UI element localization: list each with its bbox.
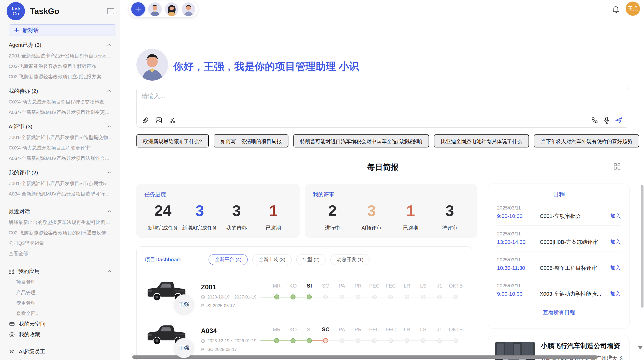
chevron-up-icon: [107, 171, 111, 174]
dashboard-filter-chip[interactable]: 全新上装 (3): [252, 254, 292, 265]
sidebar-section-header[interactable]: Agent已办 (3): [0, 39, 120, 51]
sidebar-task-item[interactable]: A034-全新新能源MUV产品开发项目造型可行性评审: [0, 189, 120, 199]
task-progress-link[interactable]: 任务进度: [144, 191, 292, 198]
milestone: KO: [285, 326, 301, 346]
sidebar-task-item[interactable]: A034-全新新能源MUV产品开发项目计划变更表编写: [0, 107, 120, 117]
sidebar-item-cloud-space[interactable]: 我的云空间: [0, 319, 120, 329]
image-icon[interactable]: [155, 117, 162, 124]
suggestion-chip[interactable]: 当下年轻人对汽车外观有怎样的喜好趋势: [534, 134, 639, 147]
sidebar-apps-header[interactable]: 我的应用: [0, 266, 120, 277]
sidebar-collapse-icon[interactable]: [107, 8, 114, 15]
recent-items: 解释最新出台的欧盟报废车法规再生塑料比例被调至15%... C02-飞腾新能源轻…: [0, 217, 120, 259]
schedule-date: 2025/03/11: [497, 205, 621, 211]
member-avatar[interactable]: [182, 2, 195, 16]
user-avatar[interactable]: 王强: [626, 2, 640, 16]
scroll-down-arrow-icon[interactable]: [638, 346, 642, 350]
project-row[interactable]: 王强 A034 2023-12-19 ~ 2026-01-19: [145, 321, 464, 352]
sidebar-ai-tool[interactable]: AI超级员工: [0, 346, 120, 357]
milestone-dot: [290, 294, 296, 299]
notification-bell-icon[interactable]: [612, 6, 620, 14]
milestone-dot: [453, 295, 458, 299]
sidebar-task-item[interactable]: Z001-全新燃油轻卡产品开发项目SI节点属性5D文件评审: [0, 178, 120, 189]
sidebar-task-item[interactable]: C0X4-动力总成开发项目工程变更评审: [0, 143, 120, 153]
stat-value: 3: [181, 202, 218, 220]
project-dashboard-link[interactable]: 项目Dashboard: [145, 256, 182, 263]
recent-chat-item[interactable]: 公司Q3轻卡销量: [0, 238, 120, 248]
recent-chat-item[interactable]: C02-飞腾新能源轻客改款项目的闭环通告反馈情况: [0, 228, 120, 238]
sidebar-recent-header[interactable]: 最近对话: [0, 206, 120, 217]
sidebar-task-item[interactable]: C02-飞腾新能源轻客改款项目里程碑画布: [0, 61, 120, 71]
project-row[interactable]: 王强 Z001 2023-12-19 ~ 2027-01-19: [145, 277, 464, 309]
app-item[interactable]: 项目管理: [0, 277, 120, 287]
member-avatar[interactable]: [148, 2, 162, 16]
message-input[interactable]: [142, 91, 523, 101]
sidebar-ai-tool[interactable]: 帮我写作: [0, 357, 120, 360]
join-meeting-link[interactable]: 加入: [610, 238, 621, 246]
join-meeting-link[interactable]: 加入: [610, 213, 621, 220]
suggestion-chip[interactable]: 特朗普可能对进口汽车增税会对中国车企造成哪些影响: [293, 134, 429, 147]
schedule-time: 13:00-14:30: [497, 239, 540, 245]
phone-icon[interactable]: [591, 117, 598, 124]
milestone-timeline: MR KO: [269, 326, 464, 346]
suggestion-chip[interactable]: 如何写一份清晰的项目周报: [214, 134, 288, 147]
milestone: J1: [431, 326, 448, 346]
suggestion-chip[interactable]: 欧洲新规最近颁布了什么?: [136, 134, 209, 147]
briefing-layout-icon[interactable]: [614, 163, 621, 170]
milestone-dot: [340, 295, 344, 299]
sidebar-task-item[interactable]: C02-飞腾新能源轻客改款项目立项汇报方案: [0, 71, 120, 82]
sidebar-section-header[interactable]: 我的待办 (2): [0, 85, 120, 97]
new-chat-button[interactable]: 新对话: [9, 24, 116, 36]
briefing-title: 每日简报: [136, 162, 629, 173]
scroll-right-arrow-icon[interactable]: [609, 355, 613, 359]
my-review-link[interactable]: 我的评审: [313, 191, 469, 198]
stat-column: 3 待评审: [430, 202, 469, 231]
vertical-scrollbar-thumb[interactable]: [641, 185, 643, 308]
milestone: SI: [301, 326, 317, 346]
new-chat-label: 新对话: [23, 27, 39, 34]
recent-chat-item[interactable]: 查看全部...: [0, 248, 120, 259]
stat-value: 2: [313, 202, 352, 220]
milestone: FEC: [383, 282, 399, 303]
app-item[interactable]: 产品管理: [0, 287, 120, 298]
stat-column: 3 AI预评审: [352, 202, 391, 231]
member-avatar[interactable]: [165, 2, 179, 16]
sidebar-task-item[interactable]: Z001-全新燃油轻卡产品开发项目SI造型提交物评审: [0, 132, 120, 143]
horizontal-scrollbar-thumb[interactable]: [132, 355, 598, 359]
sidebar-section-header[interactable]: AI评审 (3): [0, 121, 120, 132]
sidebar-section-title: Agent已办 (3): [9, 41, 41, 49]
suggestion-chip[interactable]: 比亚迪全固态电池计划具体说了什么: [434, 134, 529, 147]
sidebar-task-item[interactable]: A034-全新新能源MUV产品开发项目法规符合性评审: [0, 153, 120, 163]
dashboard-filter-chip[interactable]: 全新平台 (4): [209, 254, 248, 265]
stat-label: 已逾期: [255, 224, 292, 231]
join-meeting-link[interactable]: 加入: [610, 290, 621, 297]
sidebar-section: AI评审 (3) Z001-全新燃油轻卡产品开发项目SI造型提交物评审 C0X4…: [0, 121, 120, 163]
milestone-label: PA: [339, 282, 345, 289]
chevron-up-icon: [107, 90, 111, 92]
sidebar-item-favorites[interactable]: 我的收藏: [0, 329, 120, 340]
milestone-label: PEC: [369, 282, 379, 289]
milestone: LS: [415, 326, 431, 346]
dashboard-filter-chip[interactable]: 年型 (2): [296, 254, 326, 265]
sidebar-task-item[interactable]: Z001-全新燃油皮卡产品开发项目SI节点Lesson Learn报告: [0, 51, 120, 61]
attachment-icon[interactable]: [142, 117, 149, 124]
microphone-icon[interactable]: [604, 117, 610, 124]
cloud-space-icon: [9, 321, 15, 327]
dashboard-filter-chip[interactable]: 动总开发 (1): [330, 254, 370, 265]
view-all-schedule-link[interactable]: 查看所有日程: [497, 309, 621, 316]
sidebar-header: Task Go TaskGo: [0, 0, 120, 22]
sidebar-section-header[interactable]: 我的评审 (2): [0, 167, 120, 178]
app-item[interactable]: 查看全部...: [0, 308, 120, 319]
add-member-button[interactable]: [131, 2, 145, 16]
send-icon[interactable]: [615, 117, 622, 124]
app-item[interactable]: 变更管理: [0, 298, 120, 308]
project-vehicle-image: 王强: [145, 321, 187, 349]
project-flag-date: SI-2025-05-17: [207, 303, 235, 308]
join-meeting-link[interactable]: 加入: [610, 264, 621, 272]
project-code: A034: [201, 327, 266, 335]
project-info: Z001 2023-12-19 ~ 2027-01-19: [201, 283, 266, 308]
milestone-dot: [307, 338, 312, 343]
schedule-title-link[interactable]: 日程: [497, 190, 621, 199]
recent-chat-item[interactable]: 解释最新出台的欧盟报废车法规再生塑料比例被调至15%...: [0, 217, 120, 228]
scissors-icon[interactable]: [169, 117, 176, 124]
sidebar-task-item[interactable]: C0X4-动力总成开发项目SI里程碑提交物检查: [0, 97, 120, 107]
